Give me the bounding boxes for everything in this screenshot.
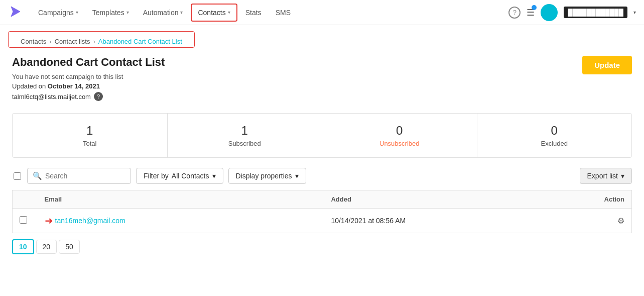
automation-label: Automation xyxy=(143,9,179,17)
export-list-button[interactable]: Export list ▾ xyxy=(580,168,632,184)
export-label: Export list xyxy=(587,172,618,180)
stat-unsubscribed-number: 0 xyxy=(327,124,472,138)
stat-subscribed-number: 1 xyxy=(173,124,317,138)
stat-excluded: 0 Excluded xyxy=(477,114,632,157)
avatar[interactable] xyxy=(541,4,558,21)
page-email-row: talml6ctq@lists.mailjet.com ? xyxy=(12,92,165,101)
breadcrumb-current: Abandoned Cart Contact List xyxy=(98,38,182,45)
row-checkbox-cell[interactable] xyxy=(13,209,38,233)
filter-prefix: Filter by xyxy=(144,172,169,180)
stats-label: Stats xyxy=(245,9,262,17)
row-email-cell: ➜ tan16meh@gmail.com xyxy=(38,209,324,233)
title-section: Abandoned Cart Contact List You have not… xyxy=(12,56,165,109)
stat-total-number: 1 xyxy=(18,124,162,138)
stat-subscribed: 1 Subscribed xyxy=(168,114,323,157)
page-size-50[interactable]: 50 xyxy=(59,240,80,254)
row-action-cell: ⚙ xyxy=(592,209,632,233)
col-email: Email xyxy=(38,190,324,209)
display-properties-button[interactable]: Display properties ▾ xyxy=(228,168,306,184)
user-dropdown-arrow[interactable]: ▾ xyxy=(633,10,636,15)
col-action: Action xyxy=(592,190,632,209)
contacts-table: Email Added Action ➜ tan16meh@gmail.co xyxy=(12,190,632,233)
stat-excluded-label: Excluded xyxy=(482,140,627,147)
nav-item-campaigns[interactable]: Campaigns ▾ xyxy=(32,5,84,21)
breadcrumb-contacts[interactable]: Contacts xyxy=(21,38,46,45)
search-icon: 🔍 xyxy=(33,171,42,180)
stat-excluded-number: 0 xyxy=(482,124,627,138)
update-button[interactable]: Update xyxy=(582,56,632,74)
filter-chevron-icon: ▾ xyxy=(212,172,216,180)
notification-badge xyxy=(532,5,537,10)
export-chevron-icon: ▾ xyxy=(621,172,624,180)
nav-item-sms[interactable]: SMS xyxy=(270,5,297,21)
svg-marker-0 xyxy=(11,7,20,17)
help-icon[interactable]: ? xyxy=(508,7,521,19)
page-content: Abandoned Cart Contact List You have not… xyxy=(0,52,644,260)
stat-total-label: Total xyxy=(18,140,162,147)
table-row: ➜ tan16meh@gmail.com 10/14/2021 at 08:56… xyxy=(13,209,632,233)
stat-unsubscribed: 0 Unsubscribed xyxy=(322,114,477,157)
page-size-20[interactable]: 20 xyxy=(36,240,57,254)
table-header-row: Email Added Action xyxy=(13,190,632,209)
list-email: talml6ctq@lists.mailjet.com xyxy=(12,93,91,101)
stats-row: 1 Total 1 Subscribed 0 Unsubscribed 0 Ex… xyxy=(12,113,632,158)
nav-items: Campaigns ▾ Templates ▾ Automation ▾ Con… xyxy=(32,4,508,22)
title-row: Abandoned Cart Contact List You have not… xyxy=(12,56,632,109)
stat-subscribed-label: Subscribed xyxy=(173,140,317,147)
navbar: Campaigns ▾ Templates ▾ Automation ▾ Con… xyxy=(0,0,644,25)
contacts-chevron: ▾ xyxy=(228,10,230,15)
col-added: Added xyxy=(324,190,591,209)
nav-item-automation[interactable]: Automation ▾ xyxy=(137,5,189,21)
breadcrumb-sep-1: › xyxy=(49,38,51,45)
row-checkbox[interactable] xyxy=(20,216,27,224)
nav-item-stats[interactable]: Stats xyxy=(239,5,268,21)
display-label: Display properties xyxy=(236,172,292,180)
page-size-10[interactable]: 10 xyxy=(12,239,34,254)
email-help-icon[interactable]: ? xyxy=(94,92,103,101)
row-added-cell: 10/14/2021 at 08:56 AM xyxy=(324,209,591,233)
contacts-label: Contacts xyxy=(198,9,225,17)
filter-value: All Contacts xyxy=(172,172,209,180)
breadcrumb-sep-2: › xyxy=(93,38,95,45)
campaigns-chevron: ▾ xyxy=(76,10,78,15)
search-input[interactable] xyxy=(45,172,125,180)
toolbar: 🔍 Filter by All Contacts ▾ Display prope… xyxy=(12,168,632,184)
pagination: 10 20 50 xyxy=(12,233,632,256)
page-subtitle: You have not sent campaign to this list xyxy=(12,73,165,80)
display-chevron-icon: ▾ xyxy=(295,172,299,180)
arrow-indicator-icon: ➜ xyxy=(45,215,53,227)
gear-icon[interactable]: ⚙ xyxy=(617,217,624,225)
nav-item-templates[interactable]: Templates ▾ xyxy=(86,5,135,21)
col-checkbox xyxy=(13,190,38,209)
stat-unsubscribed-label: Unsubscribed xyxy=(327,140,472,147)
search-box: 🔍 xyxy=(27,168,131,184)
nav-right: ? ☰ ████████████ ▾ xyxy=(508,4,636,21)
page-updated: Updated on October 14, 2021 xyxy=(12,82,165,90)
campaigns-label: Campaigns xyxy=(38,9,74,17)
logo[interactable] xyxy=(8,5,22,20)
notifications-icon[interactable]: ☰ xyxy=(527,7,535,18)
updated-prefix: Updated on xyxy=(12,82,48,90)
updated-date: October 14, 2021 xyxy=(48,82,100,90)
breadcrumb-contact-lists[interactable]: Contact lists xyxy=(55,38,90,45)
select-all-checkbox[interactable] xyxy=(14,172,21,180)
templates-label: Templates xyxy=(92,9,124,17)
sms-label: SMS xyxy=(276,9,291,17)
stat-total: 1 Total xyxy=(13,114,168,157)
nav-item-contacts[interactable]: Contacts ▾ xyxy=(191,4,237,22)
filter-button[interactable]: Filter by All Contacts ▾ xyxy=(136,168,223,184)
automation-chevron: ▾ xyxy=(180,10,183,15)
user-name[interactable]: ████████████ xyxy=(564,7,627,18)
select-all-checkbox-wrap[interactable] xyxy=(12,171,22,181)
page-title: Abandoned Cart Contact List xyxy=(12,56,165,69)
contact-email-link[interactable]: tan16meh@gmail.com xyxy=(55,217,125,225)
breadcrumb: Contacts › Contact lists › Abandoned Car… xyxy=(8,31,195,48)
templates-chevron: ▾ xyxy=(126,10,129,15)
